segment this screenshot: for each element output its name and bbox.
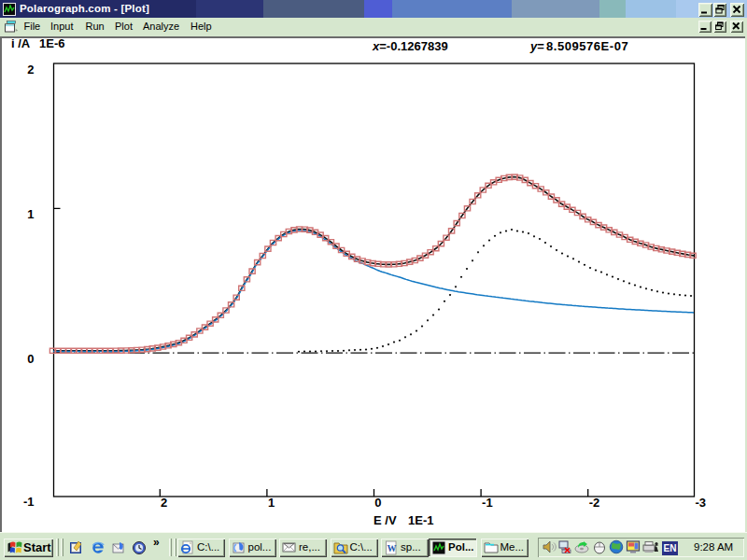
svg-text:W: W — [388, 543, 397, 553]
